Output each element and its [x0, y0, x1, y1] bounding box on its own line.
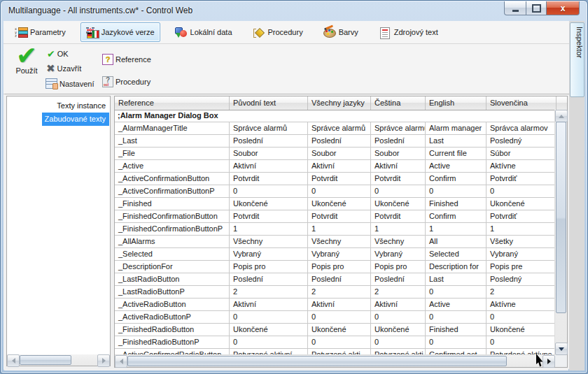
translation-cell[interactable]: Popis pro: [230, 261, 308, 273]
reference-cell[interactable]: _File: [115, 148, 230, 160]
translation-cell[interactable]: Ukončené: [371, 198, 426, 210]
translation-cell[interactable]: Potvrdiť: [486, 210, 555, 223]
tab-zdrojovy-text[interactable]: Zdrojový text: [373, 22, 444, 42]
maximize-button[interactable]: [526, 1, 546, 15]
reference-cell[interactable]: _FinishedConfirmationButtonP: [115, 223, 230, 236]
translation-cell[interactable]: Vybraný: [486, 248, 555, 261]
translation-cell[interactable]: Soubor: [371, 148, 426, 160]
column-header[interactable]: Slovenčina: [486, 96, 556, 110]
translation-cell[interactable]: Poslední: [308, 273, 371, 286]
translation-cell[interactable]: 0: [308, 185, 371, 198]
translation-cell[interactable]: Potvrdit: [371, 210, 426, 223]
scroll-left-button[interactable]: [115, 355, 127, 368]
translation-cell[interactable]: 0: [426, 286, 486, 299]
translation-cell[interactable]: Potvrdit: [308, 210, 371, 223]
translation-cell[interactable]: Last: [426, 273, 486, 286]
translation-cell[interactable]: 0: [486, 336, 555, 349]
translation-cell[interactable]: Ukončené: [230, 198, 308, 210]
table-vscroll-thumb[interactable]: [556, 122, 566, 313]
translation-cell[interactable]: Vybraný: [230, 248, 308, 261]
reference-cell[interactable]: _AllAlarms: [115, 236, 230, 248]
scroll-left-button[interactable]: [7, 354, 20, 367]
translation-cell[interactable]: Active: [426, 299, 486, 311]
translation-cell[interactable]: Aktivní: [230, 299, 308, 311]
translation-cell[interactable]: Aktívne: [486, 160, 555, 173]
tab-lokalni-data[interactable]: Lokální data: [169, 22, 238, 42]
translation-cell[interactable]: 2: [371, 286, 426, 299]
translation-cell[interactable]: Alarm manager: [426, 122, 486, 135]
translation-cell[interactable]: Soubor: [308, 148, 371, 160]
translation-cell[interactable]: Potvrdit: [308, 173, 371, 185]
translation-cell[interactable]: Správce alarmů: [308, 122, 371, 135]
translation-cell[interactable]: All: [426, 236, 486, 248]
column-header[interactable]: Reference: [115, 96, 230, 110]
reference-cell[interactable]: _FinishedRadioButton: [115, 324, 230, 336]
ok-button[interactable]: ✔ OK: [47, 49, 69, 59]
translation-cell[interactable]: Selected: [426, 248, 486, 261]
translation-cell[interactable]: 1: [230, 223, 308, 236]
table-group-header[interactable]: ;Alarm Manager Dialog Box: [115, 110, 555, 122]
scroll-right-button[interactable]: [542, 355, 555, 368]
reference-cell[interactable]: _FinishedRadioButtonP: [115, 336, 230, 349]
translation-cell[interactable]: 1: [426, 223, 486, 236]
translation-cell[interactable]: 0: [426, 311, 486, 324]
translation-cell[interactable]: Confirm: [426, 210, 486, 223]
translation-cell[interactable]: Finished: [426, 324, 486, 336]
translation-cell[interactable]: 1: [308, 223, 371, 236]
reference-button[interactable]: ? Reference: [102, 54, 151, 65]
sidebar-item-texty-instance[interactable]: Texty instance: [8, 99, 109, 113]
translation-cell[interactable]: Posledný: [486, 135, 555, 148]
translation-cell[interactable]: Aktivní: [230, 160, 308, 173]
translation-cell[interactable]: Ukončené: [308, 324, 371, 336]
translation-cell[interactable]: 2: [308, 286, 371, 299]
translation-cell[interactable]: Potvrdit: [230, 173, 308, 185]
translation-cell[interactable]: Všechny: [371, 236, 426, 248]
reference-cell[interactable]: _AlarmManagerTitle: [115, 122, 230, 135]
translation-cell[interactable]: Popis pre: [486, 261, 555, 273]
column-header[interactable]: Všechny jazyky: [308, 96, 371, 110]
tab-inspector[interactable]: Inspektor: [570, 22, 584, 97]
translation-cell[interactable]: Posledný: [486, 273, 555, 286]
translation-cell[interactable]: Soubor: [230, 148, 308, 160]
reference-cell[interactable]: _ActiveRadioButton: [115, 299, 230, 311]
close-button[interactable]: x: [546, 1, 580, 15]
translation-cell[interactable]: Popis pro: [308, 261, 371, 273]
translation-cell[interactable]: 0: [426, 185, 486, 198]
translation-cell[interactable]: Aktivní: [371, 160, 426, 173]
translation-cell[interactable]: Správce alarmů: [371, 122, 426, 135]
tab-barvy[interactable]: Barvy: [318, 22, 364, 42]
translation-cell[interactable]: Ukončené: [371, 324, 426, 336]
translation-cell[interactable]: Poslední: [230, 273, 308, 286]
translation-cell[interactable]: Správce alarmů: [230, 122, 308, 135]
reference-cell[interactable]: _Last: [115, 135, 230, 148]
reference-cell[interactable]: _Finished: [115, 198, 230, 210]
translation-cell[interactable]: 0: [371, 336, 426, 349]
scroll-down-button[interactable]: [555, 343, 568, 355]
translation-cell[interactable]: Active: [426, 160, 486, 173]
minimize-button[interactable]: [504, 1, 526, 15]
close-dialog-button[interactable]: ✖ Uzavřít: [46, 64, 81, 73]
scroll-up-button[interactable]: [555, 110, 568, 122]
translation-cell[interactable]: Aktivní: [371, 299, 426, 311]
title-bar[interactable]: Multilanguage - All instruments.cw* - Co…: [1, 1, 587, 21]
translation-cell[interactable]: Popis pro: [371, 261, 426, 273]
translation-cell[interactable]: 0: [426, 336, 486, 349]
scroll-right-button[interactable]: [97, 354, 110, 367]
table-vscrollbar[interactable]: [554, 110, 567, 355]
translation-cell[interactable]: Ukončené: [308, 198, 371, 210]
translation-cell[interactable]: Všetky: [486, 236, 555, 248]
translation-cell[interactable]: Aktívne: [486, 299, 555, 311]
translation-cell[interactable]: 1: [486, 223, 555, 236]
translation-cell[interactable]: 0: [371, 311, 426, 324]
translation-cell[interactable]: Finished: [426, 198, 486, 210]
column-header[interactable]: English: [426, 96, 486, 110]
translation-cell[interactable]: Správca alarmov: [486, 122, 555, 135]
translation-cell[interactable]: 1: [371, 223, 426, 236]
translation-cell[interactable]: Poslední: [371, 135, 426, 148]
translation-cell[interactable]: Všechny: [308, 236, 371, 248]
translation-cell[interactable]: Aktivní: [308, 160, 371, 173]
translation-cell[interactable]: Vybraný: [308, 248, 371, 261]
tab-parametry[interactable]: xyz Parametry: [9, 22, 71, 42]
translation-cell[interactable]: 0: [486, 311, 555, 324]
tab-jazykove-verze[interactable]: Jazykové verze: [80, 22, 160, 42]
